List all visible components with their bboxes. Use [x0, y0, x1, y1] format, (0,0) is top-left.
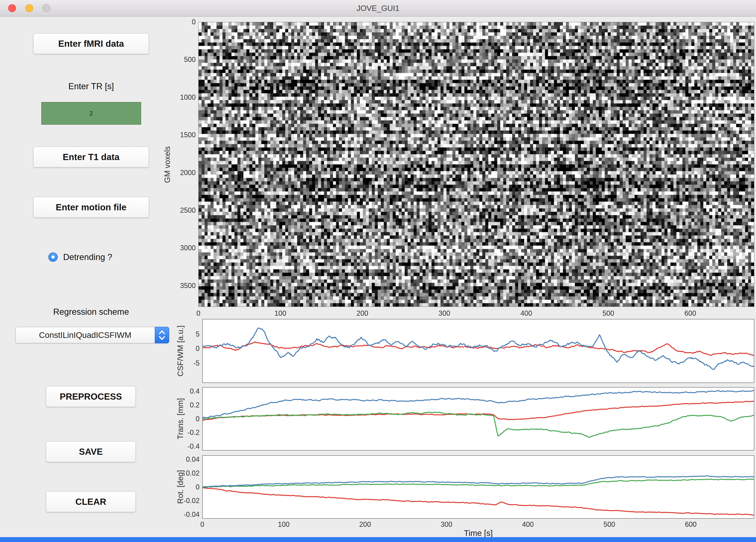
dropdown-stepper-icon [155, 327, 169, 343]
tick-label: -0.04 [184, 510, 200, 519]
carpet-plot [198, 22, 754, 307]
tick-label: 0.02 [186, 469, 200, 477]
tick-label: 0.04 [186, 455, 200, 463]
tick-label: 300 [441, 520, 452, 529]
clear-button[interactable]: CLEAR [46, 491, 136, 512]
tr-input[interactable]: 2 [41, 102, 141, 125]
tick-label: 5 [196, 330, 200, 338]
tr-label: Enter TR [s] [33, 81, 149, 91]
regression-dropdown[interactable]: ConstILinIQuadICSFIWM [15, 327, 169, 343]
detrending-label: Detrending ? [63, 252, 112, 262]
csfwm-canvas [203, 319, 754, 382]
radio-selected-icon [48, 253, 58, 262]
tick-label: 600 [685, 520, 697, 529]
regression-scheme-label: Regression scheme [23, 307, 159, 317]
tick-label: 0 [196, 344, 200, 353]
tick-label: 2500 [180, 206, 196, 215]
app-window: JOVE_GUI1 Enter fMRI data Enter TR [s] 2… [0, 0, 756, 542]
carpet-canvas [199, 22, 754, 306]
tick-label: 0 [196, 415, 200, 423]
regression-dropdown-value: ConstILinIQuadICSFIWM [16, 330, 155, 340]
tick-label: 200 [359, 520, 371, 529]
translation-plot [202, 387, 754, 450]
tick-label: -0.02 [184, 497, 200, 505]
csfwm-ylabel: CSF/WM [a.u.] [176, 325, 185, 376]
tick-label: 100 [278, 520, 290, 529]
bottom-bar [0, 537, 756, 542]
rot-ylabel: Rot. [deg] [176, 470, 185, 504]
tr-value: 2 [89, 110, 93, 117]
titlebar: JOVE_GUI1 [0, 0, 756, 17]
tick-label: -0.2 [187, 428, 200, 437]
tick-label: 600 [684, 309, 696, 317]
tick-label: 500 [184, 56, 196, 64]
tick-label: 400 [522, 520, 534, 529]
detrending-radio[interactable]: Detrending ? [48, 251, 112, 263]
tick-label: 1500 [180, 131, 196, 139]
window-title: JOVE_GUI1 [0, 0, 756, 17]
tick-label: 300 [439, 309, 450, 317]
trans-ylabel: Trans. [mm] [176, 398, 185, 439]
tick-label: 0 [196, 309, 200, 317]
tick-label: 500 [602, 309, 614, 317]
tick-label: 0 [192, 18, 196, 26]
rotation-plot [202, 455, 754, 519]
enter-motion-button[interactable]: Enter motion file [33, 197, 149, 218]
tick-label: 0.4 [190, 387, 200, 395]
tick-label: 0.2 [190, 401, 200, 409]
tick-label: -0.4 [187, 442, 200, 450]
tick-label: 0 [196, 483, 200, 491]
tick-label: 200 [356, 309, 368, 317]
tick-label: 3000 [180, 244, 196, 252]
tick-label: 2000 [180, 169, 196, 177]
preprocess-button[interactable]: PREPROCESS [46, 386, 136, 407]
csfwm-plot [202, 319, 754, 383]
tick-label: 0 [200, 520, 204, 529]
save-button[interactable]: SAVE [46, 441, 136, 462]
tick-label: 100 [275, 309, 286, 317]
tick-label: 500 [603, 520, 615, 529]
rotation-canvas [203, 456, 754, 518]
tick-label: 3500 [180, 281, 196, 290]
translation-canvas [203, 387, 754, 450]
tick-label: -5 [193, 359, 200, 367]
enter-t1-button[interactable]: Enter T1 data [33, 147, 149, 168]
carpet-ylabel: GM voxels [163, 146, 172, 183]
tick-label: 400 [521, 309, 532, 317]
time-xlabel: Time [s] [464, 529, 493, 538]
enter-fmri-button[interactable]: Enter fMRI data [33, 33, 149, 54]
tick-label: 1000 [180, 93, 196, 102]
